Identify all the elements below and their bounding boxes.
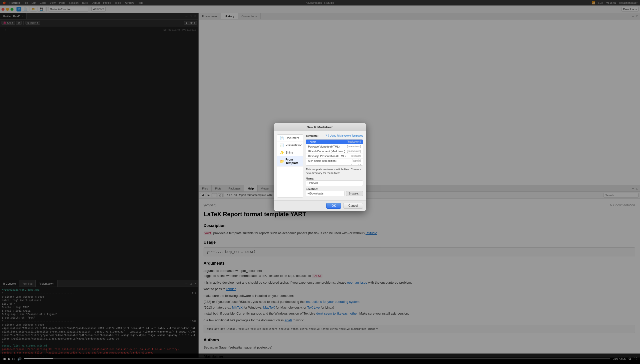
template-mosaic-fancy-tag: [mosaic] [351, 164, 361, 166]
template-revealjs-tag: [revealjs] [351, 154, 361, 157]
sidebar-item-document[interactable]: 📄 Document [277, 134, 303, 142]
sidebar-item-from-template-label: From Template [286, 158, 301, 165]
modal-overlay: New R Markdown 📄 Document 📊 Presentation… [0, 0, 640, 364]
template-github-doc-tag: [rmarkdown] [347, 150, 361, 152]
using-templates-link[interactable]: ? ? Using R Markdown Templates [325, 134, 363, 137]
template-list[interactable]: Thesis [thesisdown] Package Vignette (HT… [306, 139, 363, 166]
template-item-apa[interactable]: APA article (6th edition) [papaja] [306, 158, 363, 163]
location-row: Browse... [306, 191, 363, 196]
form-row-location: Location: Browse... [306, 188, 363, 196]
template-mosaic-fancy-name: mosaic fancy [308, 164, 324, 166]
template-item-pkg-vignette[interactable]: Package Vignette (HTML) [rmarkdown] [306, 144, 363, 149]
dialog-sidebar: 📄 Document 📊 Presentation ✨ Shiny 📁 From… [277, 134, 303, 198]
new-rmarkdown-dialog: New R Markdown 📄 Document 📊 Presentation… [274, 123, 366, 211]
template-info: This template contains multiple files. C… [306, 168, 363, 175]
sidebar-item-shiny[interactable]: ✨ Shiny [277, 149, 303, 156]
presentation-icon: 📊 [280, 143, 284, 147]
template-icon: 📁 [280, 159, 284, 163]
template-item-mosaic-fancy[interactable]: mosaic fancy [mosaic] [306, 163, 363, 166]
template-label: Template: [306, 134, 319, 137]
sidebar-item-presentation-label: Presentation [286, 144, 302, 147]
ok-button[interactable]: OK [326, 203, 341, 209]
template-pkg-vignette-name: Package Vignette (HTML) [308, 145, 339, 148]
dialog-titlebar: New R Markdown [274, 123, 366, 131]
template-thesis-tag: [thesisdown] [347, 140, 361, 143]
cancel-button[interactable]: Cancel [343, 203, 363, 209]
dialog-body: 📄 Document 📊 Presentation ✨ Shiny 📁 From… [274, 131, 366, 201]
sidebar-item-document-label: Document [286, 136, 299, 140]
location-input[interactable] [306, 191, 344, 196]
dialog-form: Name: Location: Browse... [306, 177, 363, 196]
document-icon: 📄 [280, 136, 284, 140]
sidebar-item-presentation[interactable]: 📊 Presentation [277, 142, 303, 149]
dialog-main-content: Template: ? ? Using R Markdown Templates… [306, 134, 363, 198]
sidebar-item-from-template[interactable]: 📁 From Template [277, 156, 303, 166]
template-item-revealjs[interactable]: Reveal.js Presentation (HTML) [revealjs] [306, 154, 363, 158]
location-label: Location: [306, 188, 363, 190]
name-label: Name: [306, 177, 363, 180]
template-apa-name: APA article (6th edition) [308, 159, 336, 162]
form-row-name: Name: [306, 177, 363, 186]
template-item-thesis[interactable]: Thesis [thesisdown] [306, 140, 363, 144]
browse-button[interactable]: Browse... [346, 191, 363, 196]
template-apa-tag: [papaja] [352, 159, 361, 162]
dialog-footer: OK Cancel [274, 200, 366, 211]
shiny-icon: ✨ [280, 150, 284, 154]
sidebar-item-shiny-label: Shiny [286, 151, 293, 154]
name-input[interactable] [306, 180, 363, 186]
template-revealjs-name: Reveal.js Presentation (HTML) [308, 154, 345, 158]
template-github-doc-name: GitHub Document (Markdown) [308, 150, 345, 153]
template-item-github-doc[interactable]: GitHub Document (Markdown) [rmarkdown] [306, 149, 363, 154]
template-thesis-name: Thesis [308, 140, 316, 143]
template-pkg-vignette-tag: [rmarkdown] [347, 145, 361, 148]
